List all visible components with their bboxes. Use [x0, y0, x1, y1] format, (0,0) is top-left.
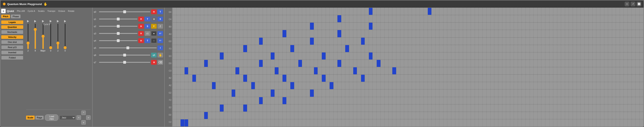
grid-cell[interactable]	[263, 30, 267, 37]
grid-cell[interactable]	[396, 38, 400, 45]
grid-cell[interactable]	[404, 120, 408, 126]
grid-cell[interactable]	[369, 30, 373, 37]
grid-cell[interactable]	[177, 15, 180, 22]
grid-cell[interactable]	[306, 30, 310, 37]
grid-cell[interactable]	[173, 15, 176, 22]
grid-cell[interactable]	[279, 45, 282, 52]
grid-cell[interactable]	[392, 52, 396, 60]
grid-cell[interactable]	[447, 8, 451, 15]
grid-cell[interactable]	[173, 82, 176, 89]
grid-cell[interactable]	[475, 30, 479, 37]
grid-cell[interactable]	[612, 45, 616, 52]
grid-cell[interactable]	[534, 120, 538, 126]
grid-cell[interactable]	[506, 75, 510, 82]
grid-cell[interactable]	[451, 52, 455, 60]
grid-cell[interactable]	[420, 23, 424, 30]
grid-cell[interactable]	[514, 45, 518, 52]
grid-cell[interactable]	[388, 38, 392, 45]
grid-cell[interactable]	[553, 75, 557, 82]
grid-cell[interactable]	[546, 15, 549, 22]
grid-cell[interactable]	[361, 67, 365, 74]
grid-cell[interactable]	[616, 67, 620, 74]
grid-cell[interactable]	[436, 52, 440, 60]
grid-cell[interactable]	[357, 52, 361, 60]
grid-cell[interactable]	[184, 60, 188, 67]
grid-cell[interactable]	[440, 45, 443, 52]
grid-cell[interactable]	[232, 30, 236, 37]
grid-cell[interactable]	[357, 15, 361, 22]
grid-cell[interactable]	[271, 75, 274, 82]
grid-cell[interactable]	[377, 97, 380, 104]
grid-cell[interactable]	[632, 15, 636, 22]
grid-cell[interactable]	[565, 52, 569, 60]
grid-cell[interactable]	[377, 45, 380, 52]
grid-cell[interactable]	[592, 120, 596, 126]
grid-cell[interactable]	[534, 8, 538, 15]
grid-cell[interactable]	[353, 104, 357, 112]
grid-cell[interactable]	[534, 30, 538, 37]
grid-cell[interactable]	[455, 112, 459, 119]
grid-cell[interactable]	[581, 30, 584, 37]
grid-cell[interactable]	[310, 52, 314, 60]
grid-cell[interactable]	[436, 75, 440, 82]
grid-cell[interactable]	[432, 45, 436, 52]
grid-cell[interactable]	[550, 38, 553, 45]
grid-cell[interactable]	[479, 8, 482, 15]
grid-cell[interactable]	[467, 75, 471, 82]
grid-cell[interactable]	[310, 8, 314, 15]
grid-cell[interactable]	[200, 23, 204, 30]
grid-cell[interactable]	[228, 45, 232, 52]
grid-cell[interactable]	[518, 23, 522, 30]
grid-cell[interactable]	[628, 8, 632, 15]
inverted-button[interactable]: Inverted	[1, 50, 23, 54]
grid-cell[interactable]	[526, 112, 530, 119]
grid-cell[interactable]	[338, 15, 341, 22]
grid-cell[interactable]	[212, 75, 216, 82]
grid-cell[interactable]	[432, 67, 436, 74]
grid-cell[interactable]	[240, 82, 243, 89]
grid-cell[interactable]	[196, 23, 200, 30]
grid-cell[interactable]	[177, 120, 180, 126]
grid-cell[interactable]	[200, 82, 204, 89]
q1-slider[interactable]	[99, 19, 138, 20]
grid-cell[interactable]	[236, 38, 239, 45]
grid-cell[interactable]	[557, 23, 561, 30]
grid-cell[interactable]	[444, 30, 447, 37]
grid-cell[interactable]	[310, 60, 314, 67]
grid-cell[interactable]	[373, 75, 376, 82]
grid-cell[interactable]	[200, 30, 204, 37]
grid-cell[interactable]	[546, 45, 549, 52]
grid-cell[interactable]	[502, 52, 506, 60]
grid-cell[interactable]	[322, 8, 326, 15]
grid-cell[interactable]	[494, 60, 498, 67]
grid-cell[interactable]	[550, 67, 553, 74]
grid-cell[interactable]	[498, 112, 502, 119]
grid-cell[interactable]	[502, 82, 506, 89]
grid-cell[interactable]	[188, 38, 192, 45]
grid-cell[interactable]	[404, 104, 408, 112]
grid-cell[interactable]	[188, 104, 192, 112]
grid-cell[interactable]	[585, 90, 588, 96]
grid-cell[interactable]	[565, 82, 569, 89]
grid-cell[interactable]	[369, 112, 373, 119]
grid-cell[interactable]	[498, 30, 502, 37]
grid-cell[interactable]	[483, 67, 486, 74]
grid-cell[interactable]	[282, 67, 286, 74]
grid-cell[interactable]	[286, 120, 290, 126]
grid-cell[interactable]	[322, 112, 326, 119]
grid-cell[interactable]	[522, 23, 526, 30]
grid-cell[interactable]	[381, 30, 384, 37]
grid-cell[interactable]	[420, 45, 424, 52]
grid-cell[interactable]	[632, 90, 636, 96]
grid-cell[interactable]	[271, 52, 274, 60]
grid-cell[interactable]	[640, 23, 644, 30]
grid-cell[interactable]	[286, 52, 290, 60]
grid-cell[interactable]	[451, 30, 455, 37]
grid-cell[interactable]	[483, 30, 486, 37]
grid-cell[interactable]	[381, 82, 384, 89]
grid-cell[interactable]	[588, 120, 592, 126]
grid-cell[interactable]	[275, 8, 278, 15]
grid-cell[interactable]	[577, 8, 581, 15]
grid-cell[interactable]	[436, 120, 440, 126]
grid-cell[interactable]	[318, 97, 322, 104]
